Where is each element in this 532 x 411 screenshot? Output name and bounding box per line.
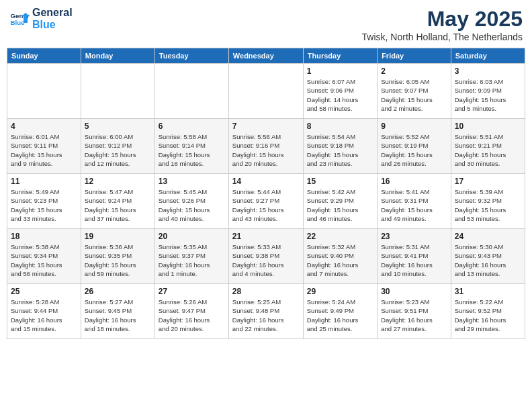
day-info: Sunrise: 5:22 AM Sunset: 9:52 PM Dayligh… (455, 298, 521, 333)
day-info: Sunrise: 5:33 AM Sunset: 9:38 PM Dayligh… (232, 242, 300, 278)
day-info: Sunrise: 5:51 AM Sunset: 9:21 PM Dayligh… (455, 132, 521, 168)
day-info: Sunrise: 5:23 AM Sunset: 9:51 PM Dayligh… (381, 298, 447, 333)
header-thursday: Thursday (303, 48, 377, 64)
week-row-5: 25Sunrise: 5:28 AM Sunset: 9:44 PM Dayli… (7, 284, 525, 339)
day-cell: 13Sunrise: 5:45 AM Sunset: 9:26 PM Dayli… (154, 174, 228, 229)
day-cell: 4Sunrise: 6:01 AM Sunset: 9:11 PM Daylig… (7, 119, 81, 174)
header-sunday: Sunday (7, 48, 81, 64)
day-cell: 3Sunrise: 6:03 AM Sunset: 9:09 PM Daylig… (451, 64, 525, 119)
day-cell: 18Sunrise: 5:38 AM Sunset: 9:34 PM Dayli… (7, 229, 81, 284)
day-cell: 11Sunrise: 5:49 AM Sunset: 9:23 PM Dayli… (7, 174, 81, 229)
location: Twisk, North Holland, The Netherlands (362, 32, 523, 42)
day-info: Sunrise: 5:25 AM Sunset: 9:48 PM Dayligh… (232, 298, 300, 333)
day-cell: 7Sunrise: 5:56 AM Sunset: 9:16 PM Daylig… (228, 119, 303, 174)
day-number: 8 (307, 122, 373, 131)
day-info: Sunrise: 5:44 AM Sunset: 9:27 PM Dayligh… (232, 187, 300, 223)
day-number: 10 (455, 122, 521, 131)
day-info: Sunrise: 5:32 AM Sunset: 9:40 PM Dayligh… (307, 242, 373, 278)
day-info: Sunrise: 5:26 AM Sunset: 9:47 PM Dayligh… (159, 298, 225, 333)
day-cell: 26Sunrise: 5:27 AM Sunset: 9:45 PM Dayli… (81, 284, 154, 339)
day-cell: 25Sunrise: 5:28 AM Sunset: 9:44 PM Dayli… (7, 284, 81, 339)
day-number: 20 (159, 232, 225, 241)
day-info: Sunrise: 5:56 AM Sunset: 9:16 PM Dayligh… (232, 132, 300, 168)
day-cell: 27Sunrise: 5:26 AM Sunset: 9:47 PM Dayli… (154, 284, 228, 339)
day-number: 19 (85, 232, 151, 241)
day-number: 9 (381, 122, 447, 131)
day-cell: 31Sunrise: 5:22 AM Sunset: 9:52 PM Dayli… (451, 284, 525, 339)
day-cell (154, 64, 228, 119)
day-number: 4 (11, 122, 77, 131)
day-cell: 30Sunrise: 5:23 AM Sunset: 9:51 PM Dayli… (378, 284, 451, 339)
day-number: 22 (307, 232, 373, 241)
day-cell: 22Sunrise: 5:32 AM Sunset: 9:40 PM Dayli… (303, 229, 377, 284)
day-info: Sunrise: 5:39 AM Sunset: 9:32 PM Dayligh… (455, 187, 521, 223)
day-info: Sunrise: 5:42 AM Sunset: 9:29 PM Dayligh… (307, 187, 373, 223)
day-number: 14 (232, 177, 300, 186)
day-number: 29 (307, 287, 373, 296)
day-cell: 29Sunrise: 5:24 AM Sunset: 9:49 PM Dayli… (303, 284, 377, 339)
day-cell: 17Sunrise: 5:39 AM Sunset: 9:32 PM Dayli… (451, 174, 525, 229)
day-number: 16 (381, 177, 447, 186)
calendar-table: SundayMondayTuesdayWednesdayThursdayFrid… (7, 48, 525, 339)
day-cell (81, 64, 154, 119)
day-number: 24 (455, 232, 521, 241)
day-info: Sunrise: 5:47 AM Sunset: 9:24 PM Dayligh… (85, 187, 151, 223)
day-number: 5 (85, 122, 151, 131)
header-tuesday: Tuesday (154, 48, 228, 64)
day-cell: 9Sunrise: 5:52 AM Sunset: 9:19 PM Daylig… (378, 119, 451, 174)
day-number: 12 (85, 177, 151, 186)
day-cell: 2Sunrise: 6:05 AM Sunset: 9:07 PM Daylig… (378, 64, 451, 119)
day-info: Sunrise: 5:58 AM Sunset: 9:14 PM Dayligh… (159, 132, 225, 168)
day-cell: 1Sunrise: 6:07 AM Sunset: 9:06 PM Daylig… (303, 64, 377, 119)
day-info: Sunrise: 5:27 AM Sunset: 9:45 PM Dayligh… (85, 298, 151, 333)
day-cell: 23Sunrise: 5:31 AM Sunset: 9:41 PM Dayli… (378, 229, 451, 284)
day-number: 31 (455, 287, 521, 296)
day-cell: 19Sunrise: 5:36 AM Sunset: 9:35 PM Dayli… (81, 229, 154, 284)
day-info: Sunrise: 6:01 AM Sunset: 9:11 PM Dayligh… (11, 132, 77, 168)
day-number: 30 (381, 287, 447, 296)
logo: General Blue General Blue (9, 7, 73, 30)
day-cell: 12Sunrise: 5:47 AM Sunset: 9:24 PM Dayli… (81, 174, 154, 229)
svg-text:Blue: Blue (11, 19, 26, 26)
day-cell: 28Sunrise: 5:25 AM Sunset: 9:48 PM Dayli… (228, 284, 303, 339)
logo-general: General (32, 7, 73, 19)
day-number: 3 (455, 66, 521, 76)
day-number: 13 (159, 177, 225, 186)
day-cell: 5Sunrise: 6:00 AM Sunset: 9:12 PM Daylig… (81, 119, 154, 174)
day-cell: 8Sunrise: 5:54 AM Sunset: 9:18 PM Daylig… (303, 119, 377, 174)
header-monday: Monday (81, 48, 154, 64)
day-number: 21 (232, 232, 300, 241)
header-saturday: Saturday (451, 48, 525, 64)
logo-icon: General Blue (9, 9, 30, 29)
day-cell: 20Sunrise: 5:35 AM Sunset: 9:37 PM Dayli… (154, 229, 228, 284)
day-info: Sunrise: 6:07 AM Sunset: 9:06 PM Dayligh… (307, 77, 373, 113)
day-info: Sunrise: 5:52 AM Sunset: 9:19 PM Dayligh… (381, 132, 447, 168)
day-number: 1 (307, 66, 373, 76)
day-number: 26 (85, 287, 151, 296)
day-number: 17 (455, 177, 521, 186)
day-number: 28 (232, 287, 300, 296)
day-info: Sunrise: 5:54 AM Sunset: 9:18 PM Dayligh… (307, 132, 373, 168)
week-row-3: 11Sunrise: 5:49 AM Sunset: 9:23 PM Dayli… (7, 174, 525, 229)
day-number: 11 (11, 177, 77, 186)
day-cell: 6Sunrise: 5:58 AM Sunset: 9:14 PM Daylig… (154, 119, 228, 174)
calendar-header-row: SundayMondayTuesdayWednesdayThursdayFrid… (7, 48, 525, 64)
day-cell: 15Sunrise: 5:42 AM Sunset: 9:29 PM Dayli… (303, 174, 377, 229)
day-info: Sunrise: 6:05 AM Sunset: 9:07 PM Dayligh… (381, 77, 447, 113)
day-number: 15 (307, 177, 373, 186)
day-info: Sunrise: 5:35 AM Sunset: 9:37 PM Dayligh… (159, 242, 225, 278)
day-number: 7 (232, 122, 300, 131)
day-cell (228, 64, 303, 119)
page-header: General Blue General Blue May 2025 Twisk… (7, 7, 525, 42)
day-info: Sunrise: 5:38 AM Sunset: 9:34 PM Dayligh… (11, 242, 77, 278)
day-number: 2 (381, 66, 447, 76)
header-friday: Friday (378, 48, 451, 64)
day-cell: 24Sunrise: 5:30 AM Sunset: 9:43 PM Dayli… (451, 229, 525, 284)
day-info: Sunrise: 5:31 AM Sunset: 9:41 PM Dayligh… (381, 242, 447, 278)
day-info: Sunrise: 5:41 AM Sunset: 9:31 PM Dayligh… (381, 187, 447, 223)
day-number: 27 (159, 287, 225, 296)
logo-blue: Blue (32, 19, 73, 31)
day-cell: 21Sunrise: 5:33 AM Sunset: 9:38 PM Dayli… (228, 229, 303, 284)
day-info: Sunrise: 5:28 AM Sunset: 9:44 PM Dayligh… (11, 298, 77, 333)
day-number: 6 (159, 122, 225, 131)
